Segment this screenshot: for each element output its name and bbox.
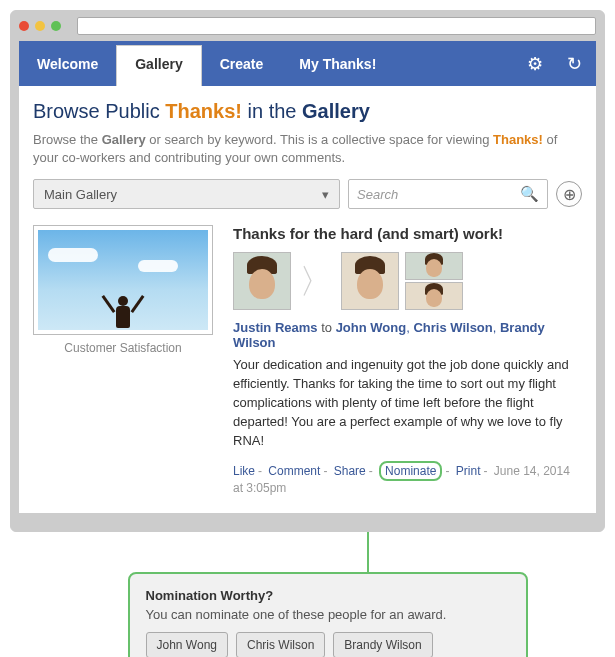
search-input[interactable]: Search 🔍 <box>348 179 548 209</box>
avatar-sender[interactable] <box>233 252 291 310</box>
nominate-link[interactable]: Nominate <box>385 464 436 478</box>
thumbnail-label: Customer Satisfaction <box>33 341 213 355</box>
nominate-option-2[interactable]: Chris Wilson <box>236 632 325 657</box>
browser-window: Welcome Gallery Create My Thanks! ⚙ ↻ Br… <box>10 10 605 532</box>
title-highlight: Thanks! <box>165 100 242 122</box>
window-close-icon[interactable] <box>19 21 29 31</box>
recipient-2[interactable]: Chris Wilson <box>413 320 492 335</box>
nominate-highlight: Nominate <box>379 461 442 481</box>
page-content: Browse Public Thanks! in the Gallery Bro… <box>19 86 596 513</box>
names-line: Justin Reams to John Wong, Chris Wilson,… <box>233 320 582 350</box>
avatar-recipient-primary[interactable] <box>341 252 399 310</box>
callout-connector <box>367 532 369 572</box>
window-minimize-icon[interactable] <box>35 21 45 31</box>
title-prefix: Browse Public <box>33 100 165 122</box>
nav-tab-welcome[interactable]: Welcome <box>19 41 116 86</box>
print-link[interactable]: Print <box>456 464 481 478</box>
nominate-popover: Nomination Worthy? You can nominate one … <box>128 572 528 657</box>
title-suffix: in the <box>242 100 302 122</box>
refresh-icon[interactable]: ↻ <box>567 53 582 75</box>
avatar-recipient-3[interactable] <box>405 282 463 310</box>
search-icon: 🔍 <box>520 185 539 203</box>
nav-tab-gallery[interactable]: Gallery <box>116 45 201 86</box>
page-subtext: Browse the Gallery or search by keyword.… <box>33 131 582 167</box>
thanks-card: Customer Satisfaction Thanks for the har… <box>33 225 582 494</box>
main-nav: Welcome Gallery Create My Thanks! ⚙ ↻ <box>19 41 596 86</box>
post-actions: Like- Comment- Share- Nominate - Print- … <box>233 461 582 495</box>
gallery-select-value: Main Gallery <box>44 187 117 202</box>
popover-title: Nomination Worthy? <box>146 588 510 603</box>
window-zoom-icon[interactable] <box>51 21 61 31</box>
gallery-select[interactable]: Main Gallery ▾ <box>33 179 340 209</box>
comment-link[interactable]: Comment <box>268 464 320 478</box>
recipient-1[interactable]: John Wong <box>336 320 407 335</box>
share-link[interactable]: Share <box>334 464 366 478</box>
post-body: Your dedication and ingenuity got the jo… <box>233 356 582 450</box>
popover-desc: You can nominate one of these people for… <box>146 607 510 622</box>
people-row: 〉 <box>233 252 582 310</box>
title-bold: Gallery <box>302 100 370 122</box>
filter-row: Main Gallery ▾ Search 🔍 ⊕ <box>33 179 582 209</box>
to-word: to <box>321 320 332 335</box>
nominate-option-3[interactable]: Brandy Wilson <box>333 632 432 657</box>
card-thumbnail[interactable] <box>33 225 213 335</box>
nav-tab-create[interactable]: Create <box>202 41 282 86</box>
avatar-recipient-2[interactable] <box>405 252 463 280</box>
plus-icon: ⊕ <box>563 185 576 204</box>
chevron-right-icon: 〉 <box>297 252 335 310</box>
sender-name[interactable]: Justin Reams <box>233 320 318 335</box>
like-link[interactable]: Like <box>233 464 255 478</box>
settings-gear-icon[interactable]: ⚙ <box>527 53 543 75</box>
browser-titlebar <box>11 11 604 41</box>
chevron-down-icon: ▾ <box>322 187 329 202</box>
nominate-option-1[interactable]: John Wong <box>146 632 229 657</box>
search-placeholder: Search <box>357 187 398 202</box>
app-frame: Welcome Gallery Create My Thanks! ⚙ ↻ Br… <box>19 41 596 513</box>
nav-tab-mythanks[interactable]: My Thanks! <box>281 41 394 86</box>
add-button[interactable]: ⊕ <box>556 181 582 207</box>
address-bar[interactable] <box>77 17 596 35</box>
post-title: Thanks for the hard (and smart) work! <box>233 225 582 242</box>
page-title: Browse Public Thanks! in the Gallery <box>33 100 582 123</box>
